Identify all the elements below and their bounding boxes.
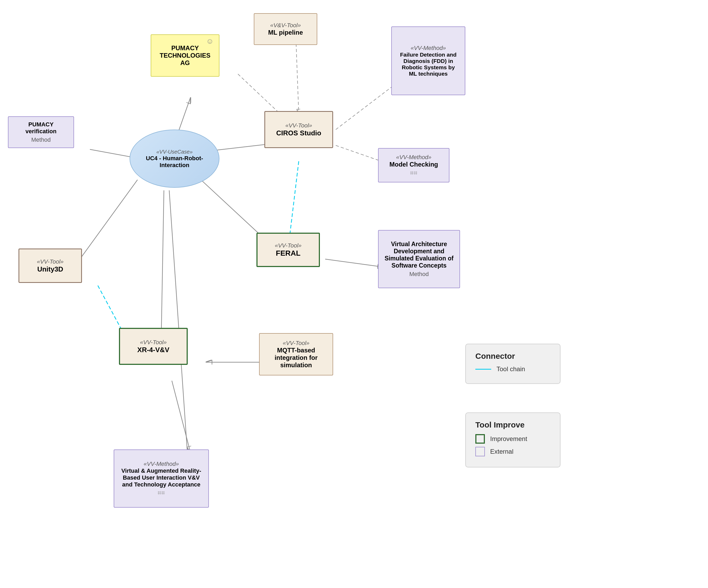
vr-method-node: «VV-Method» Virtual & Augmented Reality-… [114,449,209,508]
pumacy-verification-subtitle: Method [31,137,51,143]
ciros-title: CIROS Studio [276,129,321,137]
model-checking-stereotype: «VV-Method» [396,154,432,161]
ml-stereotype: «V&V-Tool» [270,22,301,29]
svg-line-9 [336,87,391,129]
ml-title: ML pipeline [268,29,303,36]
tool-chain-label: Tool chain [497,365,525,373]
ciros-node: «VV-Tool» CIROS Studio [264,111,333,148]
feral-stereotype: «VV-Tool» [275,242,301,249]
svg-line-5 [161,190,164,336]
usecase-node: «VV-UseCase» UC4 - Human-Robot-Interacti… [129,129,219,188]
feral-title: FERAL [276,249,300,258]
vr-method-stereotype: «VV-Method» [144,461,179,467]
connector-legend-item: Tool chain [475,365,551,373]
connector-legend: Connector Tool chain [465,344,560,384]
ciros-stereotype: «VV-Tool» [285,122,312,129]
improvement-label: Improvement [490,435,527,443]
pumacy-node: ☺ PUMACY TECHNOLOGIES AG [151,34,219,77]
svg-line-8 [296,43,299,114]
xr4vv-title: XR-4-V&V [137,346,169,354]
mqtt-stereotype: «VV-Tool» [283,340,309,347]
improvement-legend-item: Improvement [475,434,551,444]
mqtt-title: MQTT-based integration for simulation [265,347,327,369]
svg-line-13 [325,259,383,267]
model-checking-title: Model Checking [389,161,438,168]
fdd-stereotype: «VV-Method» [411,45,446,52]
pumacy-verification-node: PUMACY verification Method [8,116,74,148]
fdd-node: «VV-Method» Failure Detection and Diagno… [391,26,465,95]
svg-line-4 [78,180,138,262]
improvement-box-icon [475,434,485,444]
usecase-title: UC4 - Human-Robot-Interaction [135,155,214,169]
svg-line-6 [169,190,188,458]
unity3d-title: Unity3D [37,265,63,273]
vadsesc-subtitle: Method [409,271,429,277]
external-label: External [490,448,513,455]
person-icon: ☺ [206,37,214,46]
ml-pipeline-node: «V&V-Tool» ML pipeline [254,13,317,45]
mqtt-node: «VV-Tool» MQTT-based integration for sim… [259,333,333,376]
tool-improve-title: Tool Improve [475,420,551,429]
tool-chain-line [475,369,491,370]
connector-legend-title: Connector [475,352,551,361]
vr-method-glasses: ⌗⌗ [157,489,165,497]
pumacy-title: PUMACY TECHNOLOGIES AG [156,45,214,67]
diagram-container: «VV-UseCase» UC4 - Human-Robot-Interacti… [0,0,708,588]
vadsesc-title: Virtual Architecture Development and Sim… [384,241,454,269]
vr-method-title: Virtual & Augmented Reality-Based User I… [119,467,203,488]
xr4vv-node: «VV-Tool» XR-4-V&V [119,328,188,365]
svg-line-16 [172,381,190,452]
unity3d-stereotype: «VV-Tool» [37,258,63,265]
vadsesc-node: Virtual Architecture Development and Sim… [378,230,460,288]
xr4vv-stereotype: «VV-Tool» [140,339,167,346]
pumacy-verification-title: PUMACY verification [14,121,68,135]
unity3d-node: «VV-Tool» Unity3D [19,248,82,283]
usecase-stereotype: «VV-UseCase» [156,149,193,155]
tool-improve-legend: Tool Improve Improvement External [465,412,560,467]
external-box-icon [475,447,485,456]
model-checking-glasses: ⌗⌗ [410,169,417,177]
connections-svg [0,0,708,588]
external-legend-item: External [475,447,551,456]
feral-node: «VV-Tool» FERAL [257,233,320,267]
fdd-title: Failure Detection and Diagnosis (FDD) in… [397,52,460,77]
model-checking-node: «VV-Method» Model Checking ⌗⌗ [378,148,449,182]
